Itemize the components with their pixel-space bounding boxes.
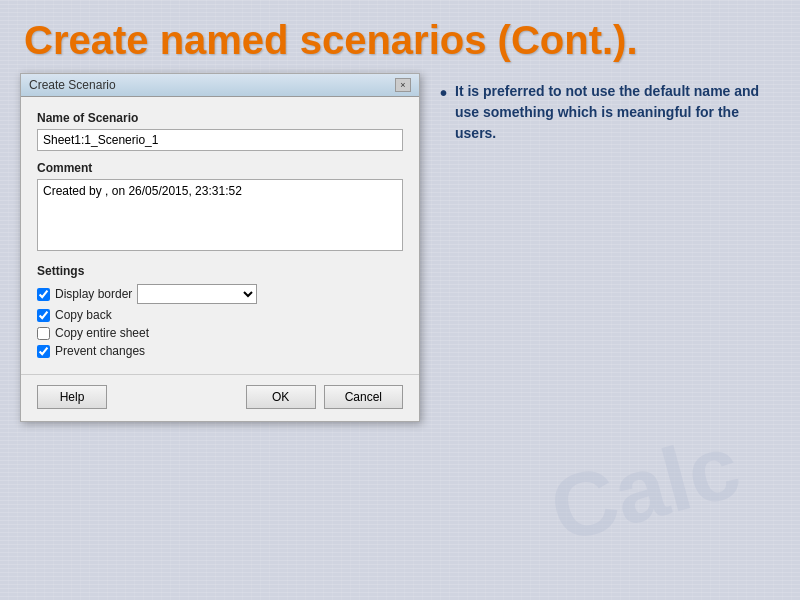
copy-back-label: Copy back: [55, 308, 112, 322]
ok-button[interactable]: OK: [246, 385, 316, 409]
slide-title: Create named scenarios (Cont.).: [0, 0, 800, 73]
help-button[interactable]: Help: [37, 385, 107, 409]
dialog-close-button[interactable]: ×: [395, 78, 411, 92]
dialog-title-label: Create Scenario: [29, 78, 116, 92]
cancel-button[interactable]: Cancel: [324, 385, 403, 409]
name-field-label: Name of Scenario: [37, 111, 403, 125]
comment-textarea[interactable]: [37, 179, 403, 251]
scenario-name-input[interactable]: [37, 129, 403, 151]
watermark: Calc: [540, 414, 750, 563]
bullet-dot-0: •: [440, 83, 447, 103]
bullet-area: • It is preferred to not use the default…: [440, 73, 780, 144]
settings-label: Settings: [37, 264, 403, 278]
bullet-text-0: It is preferred to not use the default n…: [455, 81, 780, 144]
copy-back-checkbox[interactable]: [37, 309, 50, 322]
border-style-select[interactable]: [137, 284, 257, 304]
bullet-item-0: • It is preferred to not use the default…: [440, 81, 780, 144]
prevent-changes-label: Prevent changes: [55, 344, 145, 358]
create-scenario-dialog: Create Scenario × Name of Scenario Comme…: [20, 73, 420, 422]
copy-entire-sheet-checkbox[interactable]: [37, 327, 50, 340]
display-border-label: Display border: [55, 287, 132, 301]
copy-entire-sheet-label: Copy entire sheet: [55, 326, 149, 340]
prevent-changes-checkbox[interactable]: [37, 345, 50, 358]
comment-label: Comment: [37, 161, 403, 175]
dialog-titlebar: Create Scenario ×: [21, 74, 419, 97]
display-border-checkbox[interactable]: [37, 288, 50, 301]
